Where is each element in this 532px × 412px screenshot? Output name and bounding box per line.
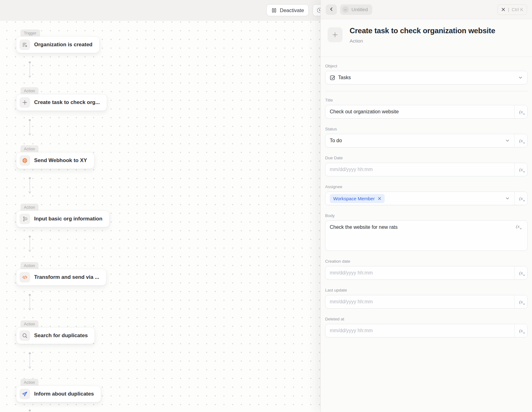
plus-icon — [20, 97, 30, 108]
code-icon — [20, 272, 30, 283]
field-object: Object Tasks — [325, 64, 528, 84]
insert-variable-button[interactable]: (x+ — [514, 295, 527, 308]
insert-variable-button[interactable]: (x+ — [514, 105, 527, 118]
creation-date-input[interactable] — [330, 266, 514, 279]
plus-icon — [328, 27, 342, 42]
due-date-input[interactable] — [330, 163, 514, 176]
title-input[interactable] — [330, 105, 514, 118]
workflow-canvas[interactable]: Deactivate Trigger Organization is creat… — [0, 0, 320, 412]
field-body: Body Check the website for new rats (x+ — [325, 213, 528, 251]
variable-icon: (x+ — [519, 299, 523, 305]
flow-connector — [28, 235, 32, 253]
last-update-control: (x+ — [325, 295, 528, 309]
deleted-at-label: Deleted at — [325, 317, 528, 321]
variable-icon: (x+ — [519, 196, 523, 201]
deleted-at-control: (x+ — [325, 324, 528, 337]
close-panel-button[interactable]: | Ctrl K — [497, 4, 527, 15]
assignee-label: Assignee — [325, 184, 528, 189]
shortcut-divider: | — [508, 7, 509, 12]
field-assignee: Assignee Workspace Member — [325, 184, 528, 205]
remove-assignee-icon[interactable] — [378, 197, 382, 201]
field-last-update: Last update (x+ — [325, 288, 528, 309]
action-config-panel: – Untitled | Ctrl K Create — [320, 0, 532, 412]
status-select[interactable]: To do (x+ — [325, 134, 528, 147]
field-deleted-at: Deleted at (x+ — [325, 317, 528, 337]
chevron-down-icon — [518, 75, 523, 80]
flow-connector — [28, 61, 32, 79]
search-icon — [20, 330, 30, 341]
body-label: Body — [325, 213, 528, 218]
pause-icon — [271, 7, 277, 13]
body-control: Check the website for new rats (x+ — [325, 220, 528, 251]
workflow-builder-app: Deactivate Trigger Organization is creat… — [0, 0, 532, 412]
workflow-node-organization-created[interactable]: Organization is created — [16, 36, 100, 53]
checkbox-icon — [330, 75, 335, 80]
history-button[interactable] — [313, 4, 320, 16]
field-due-date: Due Date (x+ — [325, 156, 528, 176]
title-control: (x+ — [325, 105, 528, 119]
action-config-form: Object Tasks — [321, 57, 532, 337]
deactivate-label: Deactivate — [280, 7, 304, 13]
action-title: Create task to check organization websit… — [350, 26, 495, 35]
send-icon — [20, 389, 30, 399]
node-label: Organization is created — [34, 42, 92, 48]
action-subtitle: Action — [350, 38, 495, 44]
variable-icon: (x+ — [519, 167, 523, 172]
field-creation-date: Creation date (x+ — [325, 259, 528, 280]
assignee-chip: Workspace Member — [330, 194, 385, 203]
node-label: Create task to check org... — [34, 99, 100, 106]
insert-variable-button[interactable]: (x+ — [511, 224, 524, 229]
workflow-node-input-org-info[interactable]: Input basic org information — [16, 211, 110, 227]
assignee-chip-label: Workspace Member — [333, 196, 375, 201]
variable-icon: (x+ — [519, 138, 523, 143]
insert-variable-button[interactable]: (x+ — [514, 163, 527, 176]
shortcut-label: Ctrl K — [512, 7, 524, 12]
chevron-left-icon — [329, 7, 334, 13]
insert-variable-button[interactable]: (x+ — [514, 192, 527, 205]
field-title: Title (x+ — [325, 98, 528, 119]
back-button[interactable] — [326, 4, 337, 15]
variable-icon: (x+ — [519, 109, 523, 115]
deactivate-button[interactable]: Deactivate — [266, 4, 309, 16]
workflow-node-send-webhook[interactable]: Send Webhook to XY — [16, 152, 94, 169]
node-label: Search for duplicates — [34, 333, 88, 339]
flow-connector — [28, 177, 32, 195]
workflow-status-icon: – — [342, 6, 349, 13]
object-select[interactable]: Tasks — [325, 71, 528, 84]
status-label: Status — [325, 127, 528, 131]
flow-connector — [28, 352, 32, 370]
chevron-down-icon — [505, 196, 510, 201]
node-label: Send Webhook to XY — [34, 157, 87, 164]
node-label: Inform about duplicates — [34, 391, 94, 397]
object-label: Object — [325, 64, 528, 68]
variable-icon: (x+ — [519, 270, 523, 276]
body-textarea[interactable]: Check the website for new rats — [325, 221, 527, 251]
panel-title-section: Create task to check organization websit… — [321, 19, 532, 57]
status-value: To do — [330, 138, 342, 143]
workflow-node-create-task[interactable]: Create task to check org... — [16, 94, 107, 111]
flow-connector — [28, 119, 32, 137]
insert-variable-button[interactable]: (x+ — [514, 324, 527, 337]
assignee-select[interactable]: Workspace Member (x — [325, 192, 528, 205]
workflow-node-search-duplicates[interactable]: Search for duplicates — [16, 327, 95, 344]
workflow-node-inform-duplicates[interactable]: Inform about duplicates — [16, 386, 101, 402]
flow-connector — [28, 294, 32, 312]
insert-variable-button[interactable]: (x+ — [514, 266, 527, 279]
workflow-name-pill[interactable]: – Untitled — [340, 4, 372, 15]
input-field-icon — [20, 214, 30, 224]
title-label: Title — [325, 98, 528, 102]
last-update-input[interactable] — [330, 295, 514, 308]
globe-icon — [20, 155, 30, 166]
node-label: Input basic org information — [34, 216, 102, 222]
due-date-control: (x+ — [325, 163, 528, 176]
creation-date-control: (x+ — [325, 266, 528, 280]
deleted-at-input[interactable] — [330, 324, 514, 337]
flow-connector-start — [28, 409, 32, 412]
variable-icon: (x+ — [519, 328, 523, 333]
workflow-node-transform-send[interactable]: Transform and send via ... — [16, 269, 106, 286]
insert-variable-button[interactable]: (x+ — [514, 134, 527, 147]
field-status: Status To do (x+ — [325, 127, 528, 147]
due-date-label: Due Date — [325, 156, 528, 160]
workflow-name: Untitled — [351, 7, 368, 12]
close-icon — [501, 7, 506, 12]
